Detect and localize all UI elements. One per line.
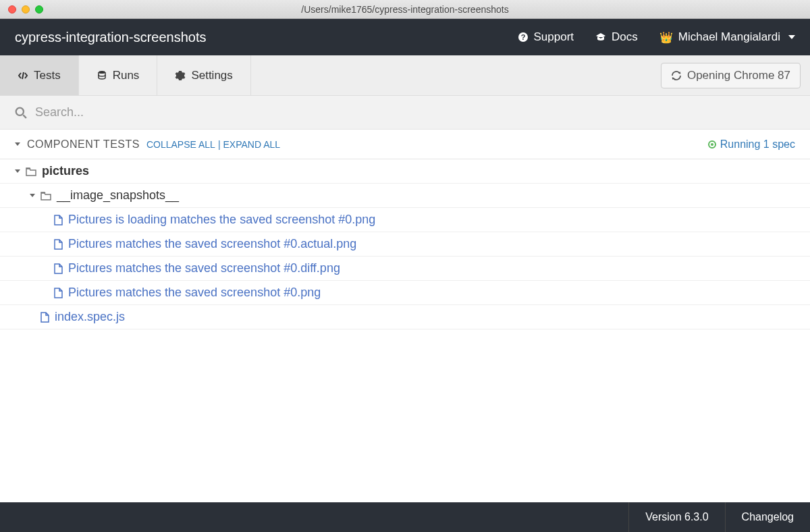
svg-point-2 <box>99 71 105 74</box>
section-header: COMPONENT TESTS COLLAPSE ALL | EXPAND AL… <box>0 130 810 159</box>
expand-all-link[interactable]: EXPAND ALL <box>223 139 281 150</box>
header-right: ? Support Docs 👑 Michael Mangialardi <box>518 30 795 44</box>
avatar-icon: 👑 <box>659 31 673 44</box>
file-item[interactable]: Pictures matches the saved screenshot #0… <box>0 281 810 305</box>
folder-icon <box>26 167 36 176</box>
folder-pictures[interactable]: pictures <box>0 159 810 184</box>
running-indicator-icon <box>708 140 716 149</box>
maximize-window-button[interactable] <box>35 5 43 14</box>
changelog-label: Changelog <box>742 511 794 523</box>
file-icon <box>54 239 63 250</box>
svg-point-3 <box>16 107 24 115</box>
svg-text:?: ? <box>520 33 525 41</box>
changelog-button[interactable]: Changelog <box>725 502 810 532</box>
svg-line-4 <box>23 115 26 118</box>
code-icon <box>18 70 28 81</box>
running-spec[interactable]: Running 1 spec <box>708 138 795 151</box>
version-label: Version 6.3.0 <box>645 511 708 523</box>
version-button[interactable]: Version 6.3.0 <box>628 502 724 532</box>
tab-runs[interactable]: Runs <box>79 55 158 95</box>
caret-down-icon[interactable] <box>15 142 20 146</box>
file-name: Pictures matches the saved screenshot #0… <box>68 237 356 251</box>
gear-icon <box>175 70 186 81</box>
file-item[interactable]: Pictures matches the saved screenshot #0… <box>0 232 810 257</box>
caret-down-icon <box>30 194 35 197</box>
folder-icon <box>40 191 51 201</box>
docs-label: Docs <box>612 30 638 44</box>
tab-settings[interactable]: Settings <box>157 55 250 95</box>
tab-tests[interactable]: Tests <box>0 55 79 95</box>
tab-settings-label: Settings <box>191 69 232 82</box>
footer: Version 6.3.0 Changelog <box>0 502 810 532</box>
user-menu[interactable]: 👑 Michael Mangialardi <box>659 30 795 44</box>
tab-tests-label: Tests <box>34 69 61 82</box>
window-path: /Users/mike1765/cypress-integration-scre… <box>0 4 810 15</box>
close-window-button[interactable] <box>8 5 16 14</box>
project-name: cypress-integration-screenshots <box>15 30 206 45</box>
folder-image-snapshots[interactable]: __image_snapshots__ <box>0 184 810 208</box>
file-item[interactable]: index.spec.js <box>0 305 810 329</box>
tabs-row: Tests Runs Settings Opening Chrome 87 <box>0 55 810 96</box>
titlebar: /Users/mike1765/cypress-integration-scre… <box>0 0 810 19</box>
browser-status[interactable]: Opening Chrome 87 <box>661 63 801 88</box>
caret-down-icon <box>15 169 20 173</box>
file-name: Pictures is loading matches the saved sc… <box>68 213 375 227</box>
search-icon <box>15 107 27 119</box>
tabs: Tests Runs Settings <box>0 55 251 95</box>
database-icon <box>97 70 107 81</box>
file-icon <box>54 215 63 225</box>
graduation-cap-icon <box>595 32 606 43</box>
file-name: Pictures matches the saved screenshot #0… <box>68 261 340 275</box>
collapse-all-link[interactable]: COLLAPSE ALL <box>146 139 215 150</box>
file-name: index.spec.js <box>55 310 125 324</box>
file-item[interactable]: Pictures is loading matches the saved sc… <box>0 208 810 232</box>
minimize-window-button[interactable] <box>22 5 30 14</box>
file-icon <box>54 288 63 298</box>
chevron-down-icon <box>788 35 795 39</box>
browser-status-label: Opening Chrome 87 <box>687 69 790 82</box>
docs-link[interactable]: Docs <box>595 30 638 44</box>
file-item[interactable]: Pictures matches the saved screenshot #0… <box>0 257 810 281</box>
search-input[interactable] <box>35 105 795 119</box>
tab-runs-label: Runs <box>113 69 140 82</box>
file-icon <box>40 312 49 323</box>
support-label: Support <box>534 30 574 44</box>
folder-pictures-label: pictures <box>42 164 89 178</box>
app-header: cypress-integration-screenshots ? Suppor… <box>0 19 810 55</box>
traffic-lights <box>0 5 43 14</box>
search-row <box>0 96 810 130</box>
expand-links: COLLAPSE ALL | EXPAND ALL <box>146 139 280 150</box>
support-link[interactable]: ? Support <box>518 30 574 44</box>
section-left: COMPONENT TESTS COLLAPSE ALL | EXPAND AL… <box>15 138 280 151</box>
question-circle-icon: ? <box>518 32 529 43</box>
file-name: Pictures matches the saved screenshot #0… <box>68 286 321 300</box>
running-spec-label: Running 1 spec <box>720 138 795 151</box>
folder-image-snapshots-label: __image_snapshots__ <box>57 188 179 203</box>
divider: | <box>218 139 221 150</box>
file-tree: pictures __image_snapshots__ Pictures is… <box>0 159 810 502</box>
file-icon <box>54 263 63 274</box>
refresh-icon <box>671 70 682 81</box>
section-title: COMPONENT TESTS <box>27 138 140 151</box>
user-name: Michael Mangialardi <box>678 30 780 44</box>
